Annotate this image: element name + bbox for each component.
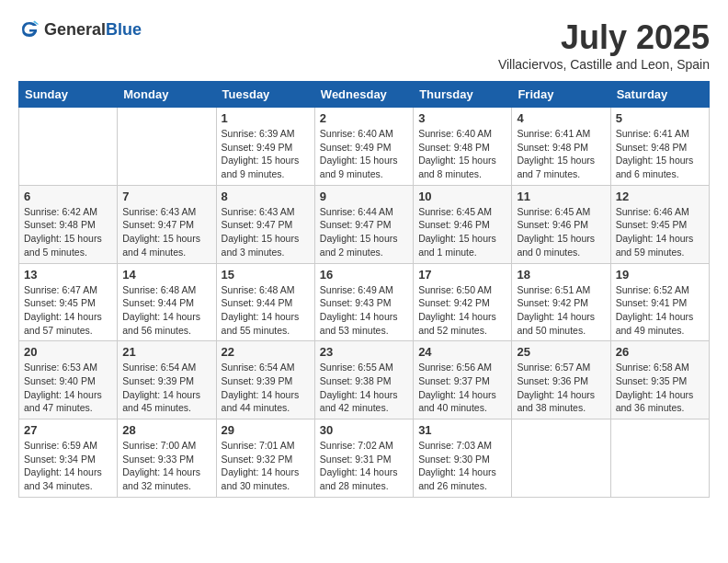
calendar-cell: 23Sunrise: 6:55 AM Sunset: 9:38 PM Dayli… (314, 341, 413, 419)
calendar-cell: 18Sunrise: 6:51 AM Sunset: 9:42 PM Dayli… (512, 263, 610, 341)
day-info: Sunrise: 6:43 AM Sunset: 9:47 PM Dayligh… (222, 205, 310, 259)
week-row-2: 6Sunrise: 6:42 AM Sunset: 9:48 PM Daylig… (19, 185, 710, 263)
day-number: 16 (320, 268, 408, 282)
weekday-header-monday: Monday (118, 82, 216, 108)
day-number: 1 (222, 111, 310, 125)
calendar-cell: 10Sunrise: 6:45 AM Sunset: 9:46 PM Dayli… (414, 185, 512, 263)
day-number: 21 (122, 345, 210, 359)
weekday-header-thursday: Thursday (414, 82, 512, 108)
calendar-cell (512, 419, 610, 498)
day-info: Sunrise: 6:40 AM Sunset: 9:49 PM Dayligh… (320, 127, 408, 181)
day-number: 14 (122, 268, 210, 282)
day-number: 7 (122, 190, 210, 203)
calendar-cell: 5Sunrise: 6:41 AM Sunset: 9:48 PM Daylig… (610, 108, 709, 186)
day-info: Sunrise: 6:52 AM Sunset: 9:41 PM Dayligh… (616, 283, 704, 338)
day-number: 11 (517, 190, 605, 203)
day-number: 18 (517, 268, 605, 282)
day-number: 20 (24, 345, 112, 359)
day-number: 17 (418, 268, 506, 282)
day-info: Sunrise: 6:53 AM Sunset: 9:40 PM Dayligh… (24, 361, 112, 415)
day-info: Sunrise: 6:59 AM Sunset: 9:34 PM Dayligh… (24, 439, 112, 493)
calendar-cell: 16Sunrise: 6:49 AM Sunset: 9:43 PM Dayli… (314, 263, 413, 341)
day-info: Sunrise: 6:56 AM Sunset: 9:37 PM Dayligh… (418, 361, 506, 415)
day-info: Sunrise: 6:48 AM Sunset: 9:44 PM Dayligh… (222, 283, 310, 338)
calendar-cell: 15Sunrise: 6:48 AM Sunset: 9:44 PM Dayli… (216, 263, 314, 341)
logo-blue: Blue (106, 20, 142, 39)
day-info: Sunrise: 7:01 AM Sunset: 9:32 PM Dayligh… (222, 439, 310, 493)
calendar-cell: 31Sunrise: 7:03 AM Sunset: 9:30 PM Dayli… (414, 419, 512, 498)
logo-icon (18, 18, 40, 40)
day-number: 28 (122, 423, 210, 437)
calendar-cell: 21Sunrise: 6:54 AM Sunset: 9:39 PM Dayli… (118, 341, 216, 419)
day-info: Sunrise: 6:51 AM Sunset: 9:42 PM Dayligh… (517, 283, 605, 338)
calendar-cell: 19Sunrise: 6:52 AM Sunset: 9:41 PM Dayli… (610, 263, 709, 341)
calendar-cell: 28Sunrise: 7:00 AM Sunset: 9:33 PM Dayli… (118, 419, 216, 498)
day-info: Sunrise: 6:57 AM Sunset: 9:36 PM Dayligh… (517, 361, 605, 415)
page-header: GeneralBlue July 2025 Villaciervos, Cast… (18, 18, 710, 72)
day-info: Sunrise: 6:58 AM Sunset: 9:35 PM Dayligh… (616, 361, 704, 415)
calendar-cell: 4Sunrise: 6:41 AM Sunset: 9:48 PM Daylig… (512, 108, 610, 186)
calendar-cell: 12Sunrise: 6:46 AM Sunset: 9:45 PM Dayli… (610, 185, 709, 263)
logo: GeneralBlue (18, 18, 142, 40)
calendar-cell: 22Sunrise: 6:54 AM Sunset: 9:39 PM Dayli… (216, 341, 314, 419)
day-info: Sunrise: 6:55 AM Sunset: 9:38 PM Dayligh… (320, 361, 408, 415)
calendar-cell: 9Sunrise: 6:44 AM Sunset: 9:47 PM Daylig… (314, 185, 413, 263)
calendar-cell: 29Sunrise: 7:01 AM Sunset: 9:32 PM Dayli… (216, 419, 314, 498)
day-info: Sunrise: 6:40 AM Sunset: 9:48 PM Dayligh… (418, 127, 506, 181)
weekday-header-tuesday: Tuesday (216, 82, 314, 108)
weekday-header-saturday: Saturday (610, 82, 709, 108)
day-number: 31 (418, 423, 506, 437)
day-number: 30 (320, 423, 408, 437)
day-number: 5 (616, 111, 704, 125)
month-title: July 2025 (498, 18, 710, 57)
calendar-cell (118, 108, 216, 186)
weekday-header-row: SundayMondayTuesdayWednesdayThursdayFrid… (19, 82, 710, 108)
calendar-cell: 25Sunrise: 6:57 AM Sunset: 9:36 PM Dayli… (512, 341, 610, 419)
day-number: 29 (222, 423, 310, 437)
calendar-cell (19, 108, 118, 186)
day-number: 10 (418, 190, 506, 203)
calendar-cell: 24Sunrise: 6:56 AM Sunset: 9:37 PM Dayli… (414, 341, 512, 419)
day-number: 13 (24, 268, 112, 282)
day-info: Sunrise: 6:39 AM Sunset: 9:49 PM Dayligh… (222, 127, 310, 181)
day-info: Sunrise: 7:02 AM Sunset: 9:31 PM Dayligh… (320, 439, 408, 493)
day-number: 23 (320, 345, 408, 359)
day-info: Sunrise: 6:50 AM Sunset: 9:42 PM Dayligh… (418, 283, 506, 338)
day-number: 24 (418, 345, 506, 359)
day-info: Sunrise: 6:46 AM Sunset: 9:45 PM Dayligh… (616, 205, 704, 259)
weekday-header-friday: Friday (512, 82, 610, 108)
calendar-cell: 1Sunrise: 6:39 AM Sunset: 9:49 PM Daylig… (216, 108, 314, 186)
calendar-cell: 7Sunrise: 6:43 AM Sunset: 9:47 PM Daylig… (118, 185, 216, 263)
weekday-header-sunday: Sunday (19, 82, 118, 108)
day-info: Sunrise: 6:41 AM Sunset: 9:48 PM Dayligh… (616, 127, 704, 181)
calendar-cell: 17Sunrise: 6:50 AM Sunset: 9:42 PM Dayli… (414, 263, 512, 341)
day-info: Sunrise: 6:54 AM Sunset: 9:39 PM Dayligh… (122, 361, 210, 415)
week-row-5: 27Sunrise: 6:59 AM Sunset: 9:34 PM Dayli… (19, 419, 710, 498)
calendar-cell: 11Sunrise: 6:45 AM Sunset: 9:46 PM Dayli… (512, 185, 610, 263)
day-number: 19 (616, 268, 704, 282)
calendar-cell: 3Sunrise: 6:40 AM Sunset: 9:48 PM Daylig… (414, 108, 512, 186)
day-number: 8 (222, 190, 310, 203)
day-info: Sunrise: 6:47 AM Sunset: 9:45 PM Dayligh… (24, 283, 112, 338)
location-title: Villaciervos, Castille and Leon, Spain (498, 57, 710, 72)
calendar: SundayMondayTuesdayWednesdayThursdayFrid… (18, 81, 710, 498)
calendar-cell: 14Sunrise: 6:48 AM Sunset: 9:44 PM Dayli… (118, 263, 216, 341)
day-number: 26 (616, 345, 704, 359)
day-number: 22 (222, 345, 310, 359)
week-row-4: 20Sunrise: 6:53 AM Sunset: 9:40 PM Dayli… (19, 341, 710, 419)
week-row-3: 13Sunrise: 6:47 AM Sunset: 9:45 PM Dayli… (19, 263, 710, 341)
week-row-1: 1Sunrise: 6:39 AM Sunset: 9:49 PM Daylig… (19, 108, 710, 186)
day-number: 4 (517, 111, 605, 125)
calendar-cell: 8Sunrise: 6:43 AM Sunset: 9:47 PM Daylig… (216, 185, 314, 263)
day-info: Sunrise: 6:42 AM Sunset: 9:48 PM Dayligh… (24, 205, 112, 259)
day-info: Sunrise: 6:43 AM Sunset: 9:47 PM Dayligh… (122, 205, 210, 259)
day-number: 12 (616, 190, 704, 203)
day-number: 27 (24, 423, 112, 437)
day-info: Sunrise: 6:48 AM Sunset: 9:44 PM Dayligh… (122, 283, 210, 338)
day-number: 3 (418, 111, 506, 125)
calendar-cell: 2Sunrise: 6:40 AM Sunset: 9:49 PM Daylig… (314, 108, 413, 186)
calendar-cell (610, 419, 709, 498)
day-number: 25 (517, 345, 605, 359)
day-number: 9 (320, 190, 408, 203)
calendar-cell: 30Sunrise: 7:02 AM Sunset: 9:31 PM Dayli… (314, 419, 413, 498)
